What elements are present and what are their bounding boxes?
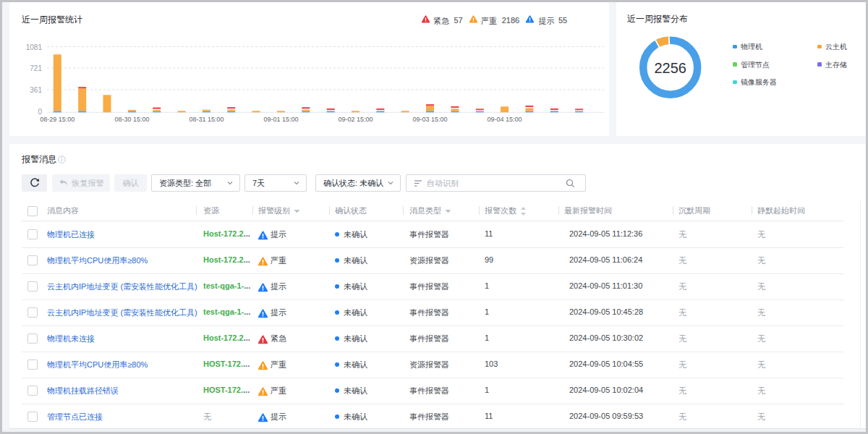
svg-text:09-02 15:00: 09-02 15:00 <box>338 116 373 123</box>
svg-text:09-04 15:00: 09-04 15:00 <box>488 116 522 123</box>
svg-text:0: 0 <box>38 108 42 116</box>
svg-text:361: 361 <box>30 86 42 94</box>
svg-text:2256: 2256 <box>654 60 686 76</box>
svg-text:08-29 15:00: 08-29 15:00 <box>40 116 75 123</box>
svg-text:721: 721 <box>30 64 42 72</box>
svg-text:09-01 15:00: 09-01 15:00 <box>263 116 298 123</box>
svg-text:09-03 15:00: 09-03 15:00 <box>412 116 447 123</box>
svg-text:08-31 15:00: 08-31 15:00 <box>189 116 224 123</box>
svg-text:08-30 15:00: 08-30 15:00 <box>114 116 149 123</box>
svg-text:1081: 1081 <box>26 43 43 51</box>
